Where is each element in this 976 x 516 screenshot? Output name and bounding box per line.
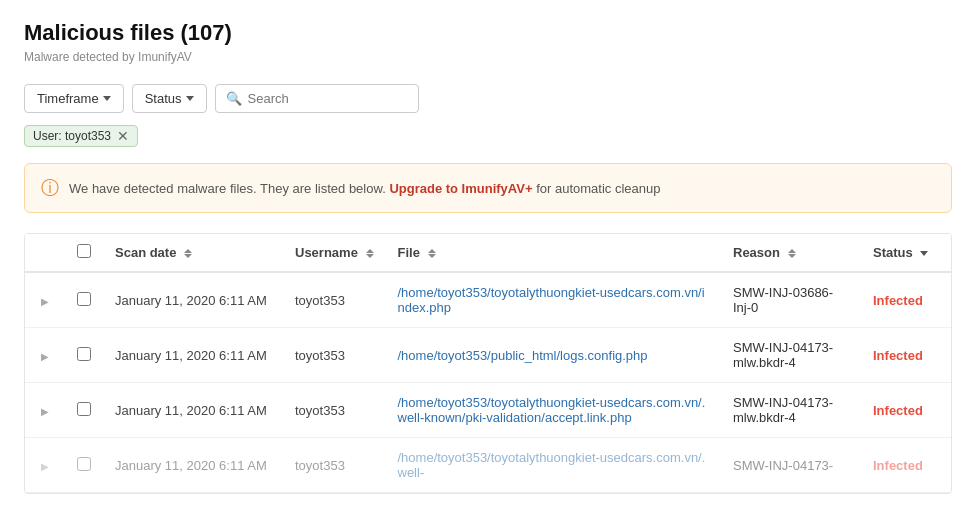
row-file: /home/toyot353/toyotalythuongkiet-usedca… (386, 272, 722, 328)
malicious-files-table: Scan date Username F (25, 234, 951, 493)
alert-banner: ⓘ We have detected malware files. They a… (24, 163, 952, 213)
th-file[interactable]: File (386, 234, 722, 272)
th-checkbox (65, 234, 103, 272)
row-checkbox[interactable] (77, 292, 91, 306)
row-file-path[interactable]: /home/toyot353/toyotalythuongkiet-usedca… (398, 395, 706, 425)
row-status-badge: Infected (873, 348, 923, 363)
row-file: /home/toyot353/public_html/logs.config.p… (386, 328, 722, 383)
user-filter-label: User: toyot353 (33, 129, 111, 143)
user-filter-close-icon[interactable]: ✕ (117, 129, 129, 143)
table-row: ▶ January 11, 2020 6:11 AM toyot353 /hom… (25, 272, 951, 328)
table-header-row: Scan date Username F (25, 234, 951, 272)
toolbar: Timeframe Status 🔍 (24, 84, 952, 113)
table-row: ▶ January 11, 2020 6:11 AM toyot353 /hom… (25, 383, 951, 438)
scan-date-sort-icon (184, 249, 192, 258)
alert-message-pre: We have detected malware files. They are… (69, 181, 386, 196)
row-username: toyot353 (283, 272, 386, 328)
row-status: Infected (861, 438, 951, 493)
row-status-badge: Infected (873, 458, 923, 473)
row-expand-cell: ▶ (25, 383, 65, 438)
row-checkbox[interactable] (77, 347, 91, 361)
select-all-checkbox[interactable] (77, 244, 91, 258)
th-status[interactable]: Status (861, 234, 951, 272)
row-checkbox-cell (65, 272, 103, 328)
row-expand-cell: ▶ (25, 438, 65, 493)
row-checkbox[interactable] (77, 457, 91, 471)
row-scan-date: January 11, 2020 6:11 AM (103, 438, 283, 493)
th-reason[interactable]: Reason (721, 234, 861, 272)
page-subtitle: Malware detected by ImunifyAV (24, 50, 952, 64)
row-checkbox-cell (65, 383, 103, 438)
status-sort-icon (920, 251, 928, 256)
row-expand-button[interactable]: ▶ (37, 294, 53, 309)
search-box: 🔍 (215, 84, 419, 113)
table-row: ▶ January 11, 2020 6:11 AM toyot353 /hom… (25, 438, 951, 493)
row-reason: SMW-INJ-04173- (721, 438, 861, 493)
row-username: toyot353 (283, 328, 386, 383)
row-reason: SMW-INJ-04173-mlw.bkdr-4 (721, 383, 861, 438)
row-status-badge: Infected (873, 293, 923, 308)
row-scan-date: January 11, 2020 6:11 AM (103, 383, 283, 438)
search-icon: 🔍 (226, 91, 242, 106)
row-reason: SMW-INJ-03686-Inj-0 (721, 272, 861, 328)
page-container: Malicious files (107) Malware detected b… (0, 0, 976, 514)
row-expand-button[interactable]: ▶ (37, 349, 53, 364)
file-sort-icon (428, 249, 436, 258)
row-checkbox-cell (65, 328, 103, 383)
row-file-path[interactable]: /home/toyot353/public_html/logs.config.p… (398, 348, 648, 363)
th-expand (25, 234, 65, 272)
timeframe-chevron-icon (103, 96, 111, 101)
status-chevron-icon (186, 96, 194, 101)
row-status: Infected (861, 328, 951, 383)
row-checkbox[interactable] (77, 402, 91, 416)
row-reason: SMW-INJ-04173-mlw.bkdr-4 (721, 328, 861, 383)
row-expand-cell: ▶ (25, 328, 65, 383)
row-file: /home/toyot353/toyotalythuongkiet-usedca… (386, 438, 722, 493)
row-file-path[interactable]: /home/toyot353/toyotalythuongkiet-usedca… (398, 450, 706, 480)
page-title: Malicious files (107) (24, 20, 952, 46)
row-checkbox-cell (65, 438, 103, 493)
status-label: Status (145, 91, 182, 106)
row-status: Infected (861, 272, 951, 328)
malicious-files-table-wrapper: Scan date Username F (24, 233, 952, 494)
alert-message: We have detected malware files. They are… (69, 181, 660, 196)
row-scan-date: January 11, 2020 6:11 AM (103, 272, 283, 328)
th-username[interactable]: Username (283, 234, 386, 272)
row-expand-button[interactable]: ▶ (37, 404, 53, 419)
reason-sort-icon (788, 249, 796, 258)
timeframe-filter-button[interactable]: Timeframe (24, 84, 124, 113)
row-status: Infected (861, 383, 951, 438)
status-filter-button[interactable]: Status (132, 84, 207, 113)
th-scan-date[interactable]: Scan date (103, 234, 283, 272)
username-sort-icon (366, 249, 374, 258)
row-status-badge: Infected (873, 403, 923, 418)
row-username: toyot353 (283, 383, 386, 438)
table-body: ▶ January 11, 2020 6:11 AM toyot353 /hom… (25, 272, 951, 493)
user-filter-tag: User: toyot353 ✕ (24, 125, 138, 147)
alert-message-post: for automatic cleanup (536, 181, 660, 196)
row-username: toyot353 (283, 438, 386, 493)
upgrade-link[interactable]: Upgrade to ImunifyAV+ (389, 181, 532, 196)
row-file: /home/toyot353/toyotalythuongkiet-usedca… (386, 383, 722, 438)
row-expand-cell: ▶ (25, 272, 65, 328)
alert-icon: ⓘ (41, 176, 59, 200)
row-scan-date: January 11, 2020 6:11 AM (103, 328, 283, 383)
row-file-path[interactable]: /home/toyot353/toyotalythuongkiet-usedca… (398, 285, 705, 315)
search-input[interactable] (248, 91, 408, 106)
table-row: ▶ January 11, 2020 6:11 AM toyot353 /hom… (25, 328, 951, 383)
timeframe-label: Timeframe (37, 91, 99, 106)
active-filters-row: User: toyot353 ✕ (24, 125, 952, 147)
row-expand-button[interactable]: ▶ (37, 459, 53, 474)
